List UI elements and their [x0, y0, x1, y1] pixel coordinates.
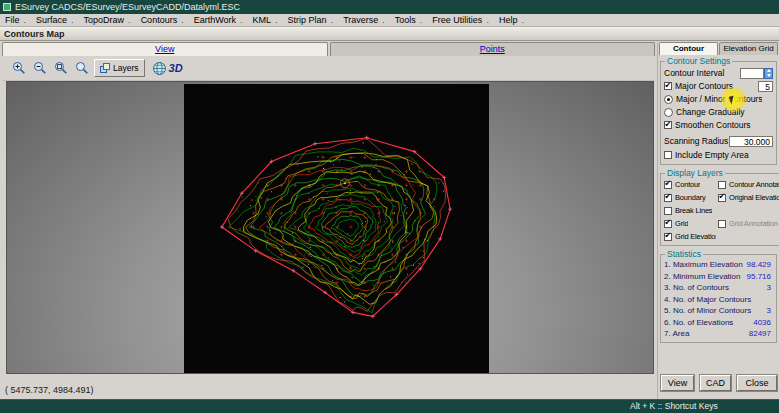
grid-elevations-checkbox[interactable] [664, 233, 672, 241]
contour-interval-spinner[interactable] [764, 68, 773, 79]
tab-contour[interactable]: Contour [659, 42, 718, 55]
contour-layer-label: Contour [675, 180, 700, 189]
tab-view[interactable]: View [2, 42, 328, 56]
grid-annotation-label: Grid Annotation [729, 219, 778, 228]
major-minor-radio[interactable] [664, 95, 673, 104]
contour-annotations-label: Contour Annotations [729, 180, 779, 189]
window-titlebar: ESurvey CADCS/ESurvey/ESurveyCADD/Dataly… [0, 0, 779, 14]
stat-no-minor-contours: 5. No. of Minor Contours3 [664, 305, 773, 317]
contour-interval-label: Contour Interval [664, 68, 740, 78]
zoom-out-button[interactable] [31, 59, 49, 77]
layers-label: Layers [113, 63, 139, 73]
close-button[interactable]: Close [737, 375, 777, 391]
scanning-radius-label: Scanning Radius [664, 136, 729, 146]
major-contours-input[interactable]: 5 [758, 81, 773, 92]
stat-area: 7. Area82497 [664, 328, 773, 340]
grid-label: Grid [675, 219, 688, 228]
stat-max-elevation: 1. Maximum Elevation98.429 [664, 259, 773, 271]
app-icon [3, 3, 11, 11]
contour-settings-title: Contour Settings [665, 56, 732, 66]
zoom-extents-icon [75, 61, 89, 75]
include-empty-area-checkbox[interactable] [664, 151, 672, 159]
zoom-extents-button[interactable] [73, 59, 91, 77]
smoothen-contours-checkbox[interactable] [664, 121, 672, 129]
globe-icon [152, 61, 167, 76]
drawing-extent [184, 84, 489, 373]
contour-annotations-checkbox[interactable] [718, 181, 726, 189]
boundary-label: Boundary [675, 193, 706, 202]
break-lines-label: Break Lines [675, 206, 712, 215]
tab-points[interactable]: Points [330, 42, 656, 56]
settings-tabs: Contour Elevation Grid [658, 42, 779, 55]
view-tabs: View Points [2, 42, 655, 56]
change-gradually-label: Change Gradually [676, 107, 745, 117]
shortcut-keys-hint: Alt + K :: Shortcut Keys [630, 400, 718, 413]
grid-elevations-label: Grid Elevations [675, 232, 716, 241]
zoom-in-button[interactable] [10, 59, 28, 77]
display-layers-title: Display Layers [665, 168, 725, 178]
view-3d-button[interactable]: 3D [152, 61, 183, 76]
grid-checkbox[interactable] [664, 220, 672, 228]
menu-item-topodraw[interactable]: TopoDraw [79, 14, 136, 26]
major-minor-label: Major / Minor Contours [676, 94, 762, 104]
boundary-checkbox[interactable] [664, 194, 672, 202]
stat-min-elevation: 2. Minimum Elevation95.716 [664, 271, 773, 283]
menu-item-kml[interactable]: KML [248, 14, 283, 26]
menu-item-contours[interactable]: Contours [136, 14, 189, 26]
menu-item-tools[interactable]: Tools [390, 14, 428, 26]
change-gradually-radio[interactable] [664, 108, 673, 117]
contours-map-titlebar: Contours Map [0, 27, 779, 41]
original-elevations-label: Original Elevations [729, 193, 779, 202]
zoom-out-icon [33, 61, 47, 75]
cursor-coordinates: ( 5475.737, 4984.491) [5, 385, 94, 395]
stat-no-elevations: 6. No. of Elevations4036 [664, 317, 773, 329]
zoom-window-button[interactable] [52, 59, 70, 77]
contour-interval-input[interactable] [740, 68, 764, 79]
menu-item-traverse[interactable]: Traverse [338, 14, 390, 26]
statistics-title: Statistics [665, 249, 703, 259]
tab-elevation-grid[interactable]: Elevation Grid [719, 42, 778, 55]
menu-item-file[interactable]: File [0, 14, 31, 26]
menu-item-free-utilities[interactable]: Free Utilities [427, 14, 494, 26]
menu-item-strip-plan[interactable]: Strip Plan [283, 14, 339, 26]
layers-icon [100, 63, 110, 73]
display-layers-group: Display Layers Contour Contour Annotatio… [660, 168, 779, 246]
break-lines-checkbox[interactable] [664, 207, 672, 215]
cad-button[interactable]: CAD [700, 375, 731, 391]
grid-annotation-checkbox[interactable] [718, 220, 726, 228]
contour-map-drawing [208, 130, 466, 332]
statistics-group: Statistics 1. Maximum Elevation98.429 2.… [660, 249, 777, 343]
major-contours-checkbox[interactable] [664, 82, 672, 90]
view-button[interactable]: View [661, 375, 694, 391]
menu-item-earthwork[interactable]: EarthWork [189, 14, 248, 26]
scanning-radius-input[interactable]: 30.000 [729, 136, 773, 147]
smoothen-contours-label: Smoothen Contours [675, 120, 751, 130]
menu-item-surface[interactable]: Surface [31, 14, 79, 26]
settings-panel: Contour Elevation Grid Contour Settings … [657, 42, 779, 399]
zoom-window-icon [54, 61, 68, 75]
view-area: View Points Layers 3D [0, 42, 657, 399]
include-empty-area-label: Include Empty Area [675, 150, 749, 160]
zoom-in-icon [12, 61, 26, 75]
main-area: View Points Layers 3D [0, 42, 779, 399]
threed-label: 3D [169, 62, 183, 74]
view-toolbar: Layers 3D [2, 56, 655, 81]
menu-item-help[interactable]: Help [494, 14, 529, 26]
status-bar: Alt + K :: Shortcut Keys [0, 399, 779, 413]
contours-map-title: Contours Map [4, 29, 65, 39]
layers-button[interactable]: Layers [94, 59, 145, 77]
menu-bar: File Surface TopoDraw Contours EarthWork… [0, 14, 779, 27]
contour-settings-group: Contour Settings Contour Interval Major … [660, 56, 777, 165]
stat-no-contours: 3. No. of Contours3 [664, 282, 773, 294]
original-elevations-checkbox[interactable] [718, 194, 726, 202]
contour-layer-checkbox[interactable] [664, 181, 672, 189]
window-title: ESurvey CADCS/ESurvey/ESurveyCADD/Dataly… [15, 0, 240, 14]
stat-no-major-contours: 4. No. of Major Contours [664, 294, 773, 306]
major-contours-label: Major Contours [675, 81, 758, 91]
map-canvas[interactable] [6, 81, 654, 374]
